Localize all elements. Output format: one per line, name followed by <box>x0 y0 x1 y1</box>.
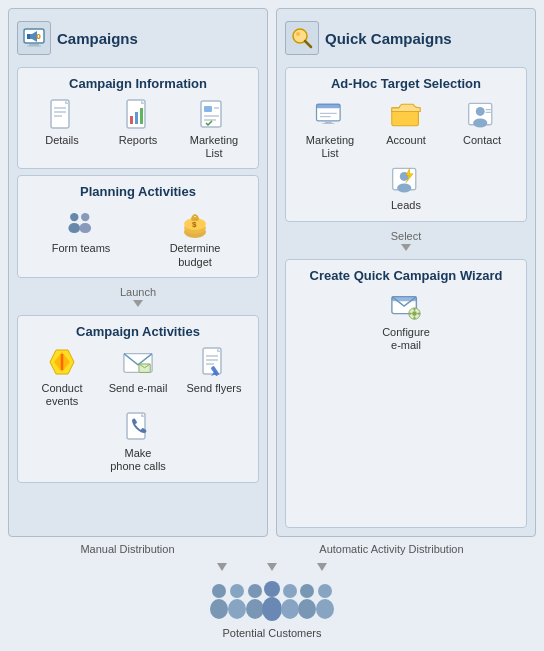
adhoc-marketing-list-item[interactable]: Marketing List <box>300 99 360 160</box>
phone-calls-item[interactable]: Make phone calls <box>108 412 168 473</box>
leads-icon <box>390 164 422 196</box>
reports-item[interactable]: Reports <box>108 99 168 160</box>
send-flyers-label: Send flyers <box>186 382 241 395</box>
customers-section: Potential Customers <box>207 575 337 639</box>
marketing-list-icon <box>198 99 230 131</box>
svg-point-74 <box>228 599 246 619</box>
wizard-title: Create Quick Campaign Wizard <box>294 268 518 283</box>
document-icon <box>46 99 78 131</box>
svg-point-61 <box>397 184 411 193</box>
svg-point-46 <box>296 32 300 36</box>
send-email-label: Send e-mail <box>109 382 168 395</box>
bottom-arrows-row <box>217 563 327 571</box>
svg-point-75 <box>248 584 262 598</box>
svg-rect-48 <box>317 104 341 108</box>
svg-point-82 <box>298 599 316 619</box>
svg-rect-68 <box>414 316 416 319</box>
launch-arrow: Launch <box>17 286 259 307</box>
svg-point-55 <box>476 107 485 116</box>
marketing-list-item[interactable]: Marketing List <box>184 99 244 160</box>
contact-item[interactable]: Contact <box>452 99 512 160</box>
campaign-info-box: Campaign Information <box>17 67 259 169</box>
svg-point-81 <box>300 584 314 598</box>
bottom-section: Manual Distribution Automatic Activity D… <box>8 537 536 643</box>
adhoc-box: Ad-Hoc Target Selection <box>285 67 527 222</box>
svg-point-29 <box>191 217 199 221</box>
auto-arrow-icon2 <box>317 563 327 571</box>
svg-rect-14 <box>135 112 138 124</box>
account-label: Account <box>386 134 426 147</box>
auto-arrow-icon <box>267 563 277 571</box>
campaign-activities-items: Conduct events Send e-mail <box>26 347 250 474</box>
svg-rect-70 <box>417 312 420 314</box>
events-icon <box>46 347 78 379</box>
planning-activities-items: Form teams $ <box>26 207 250 268</box>
campaigns-column: Campaigns Campaign Information <box>8 8 268 537</box>
top-section: Campaigns Campaign Information <box>8 8 536 537</box>
wizard-box: Create Quick Campaign Wizard <box>285 259 527 528</box>
configure-email-icon <box>390 291 422 323</box>
flyers-icon <box>198 347 230 379</box>
campaigns-icon <box>17 21 51 55</box>
determine-budget-item[interactable]: $ Determine budget <box>165 207 225 268</box>
select-arrow-icon <box>401 244 411 251</box>
budget-icon: $ <box>179 207 211 239</box>
quick-campaigns-title: Quick Campaigns <box>325 30 452 47</box>
auto-distribution-label: Automatic Activity Distribution <box>319 543 463 555</box>
campaign-activities-title: Campaign Activities <box>26 324 250 339</box>
planning-activities-title: Planning Activities <box>26 184 250 199</box>
account-item[interactable]: Account <box>376 99 436 160</box>
svg-point-80 <box>281 599 299 619</box>
svg-rect-69 <box>409 312 412 314</box>
quick-campaigns-icon <box>285 21 319 55</box>
svg-point-66 <box>412 311 417 316</box>
leads-label: Leads <box>391 199 421 212</box>
contact-label: Contact <box>463 134 501 147</box>
potential-customers-label: Potential Customers <box>222 627 321 639</box>
svg-point-77 <box>264 581 280 597</box>
bottom-labels: Manual Distribution Automatic Activity D… <box>8 543 536 555</box>
adhoc-marketing-list-label: Marketing List <box>300 134 360 160</box>
launch-label: Launch <box>120 286 156 298</box>
campaign-activities-box: Campaign Activities Conduct events <box>17 315 259 483</box>
form-teams-item[interactable]: Form teams <box>51 207 111 268</box>
marketing-list-icon2 <box>314 99 346 131</box>
svg-point-76 <box>246 599 264 619</box>
details-label: Details <box>45 134 79 147</box>
campaigns-title: Campaigns <box>57 30 138 47</box>
campaign-info-items: Details Report <box>26 99 250 160</box>
reports-label: Reports <box>119 134 158 147</box>
svg-point-72 <box>210 599 228 619</box>
svg-text:$: $ <box>192 220 197 229</box>
svg-rect-16 <box>201 101 221 127</box>
campaign-info-title: Campaign Information <box>26 76 250 91</box>
svg-point-56 <box>473 119 487 128</box>
leads-item[interactable]: Leads <box>376 164 436 212</box>
svg-rect-4 <box>27 34 30 39</box>
svg-point-71 <box>212 584 226 598</box>
send-email-item[interactable]: Send e-mail <box>108 347 168 408</box>
svg-point-23 <box>81 213 89 221</box>
adhoc-items: Marketing List Account <box>294 99 518 213</box>
svg-point-78 <box>262 597 282 621</box>
conduct-events-item[interactable]: Conduct events <box>32 347 92 408</box>
make-phone-calls-label: Make phone calls <box>108 447 168 473</box>
svg-rect-13 <box>130 116 133 124</box>
svg-rect-17 <box>204 106 212 112</box>
form-teams-label: Form teams <box>52 242 111 255</box>
svg-point-21 <box>70 213 78 221</box>
send-flyers-item[interactable]: Send flyers <box>184 347 244 408</box>
launch-arrow-icon <box>133 300 143 307</box>
manual-arrow-icon <box>217 563 227 571</box>
svg-rect-67 <box>414 308 416 311</box>
svg-point-22 <box>68 223 80 233</box>
configure-email-item[interactable]: Configure e-mail <box>376 291 436 352</box>
details-item[interactable]: Details <box>32 99 92 160</box>
manual-distribution-label: Manual Distribution <box>80 543 174 555</box>
svg-rect-15 <box>140 108 143 124</box>
configure-email-label: Configure e-mail <box>376 326 436 352</box>
customers-icon <box>207 575 337 625</box>
marketing-list-label: Marketing List <box>184 134 244 160</box>
phone-icon <box>122 412 154 444</box>
report-icon <box>122 99 154 131</box>
